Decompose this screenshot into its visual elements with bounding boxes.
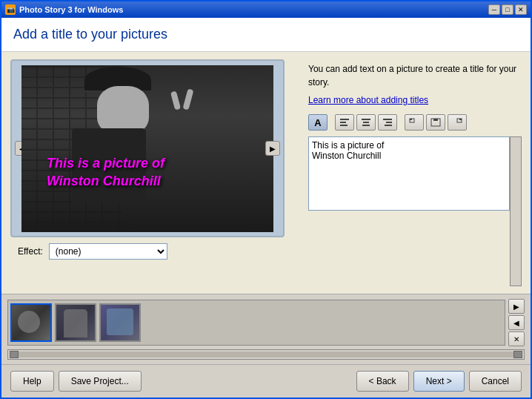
page-title: Add a title to your pictures <box>13 27 519 42</box>
window-title: Photo Story 3 for Windows <box>19 5 485 14</box>
learn-more-link[interactable]: Learn more about adding titles <box>308 95 522 105</box>
font-button[interactable]: A <box>308 114 327 131</box>
effect-select[interactable]: (none) Fade In Zoom In Pan Right Pan Lef… <box>49 243 167 260</box>
bottom-left-buttons: Help Save Project... <box>10 371 142 392</box>
hscroll-track <box>19 352 513 357</box>
bottom-bar: Help Save Project... < Back Next > Cance… <box>1 364 531 398</box>
filmstrip-thumb-2[interactable] <box>55 303 96 342</box>
position-tr-button[interactable] <box>448 114 467 131</box>
back-button[interactable]: < Back <box>356 371 409 392</box>
align-left-button[interactable] <box>335 114 354 131</box>
filmstrip-row: ▶ ◀ ✕ <box>7 299 525 346</box>
filmstrip-hscroll[interactable] <box>7 349 525 360</box>
svg-rect-7 <box>386 122 392 123</box>
text-area-container: This is a picture of Winston Churchill <box>308 136 522 286</box>
svg-rect-14 <box>459 119 462 120</box>
svg-rect-12 <box>433 119 438 121</box>
photo-nav-right[interactable]: ▶ <box>265 141 280 156</box>
filmstrip-forward-button[interactable]: ▶ <box>508 299 525 314</box>
filmstrip-back-button[interactable]: ◀ <box>508 315 525 330</box>
photo-preview: This is a picture of Winston Churchill <box>21 65 273 232</box>
filmstrip-delete-button[interactable]: ✕ <box>508 332 525 346</box>
svg-rect-1 <box>340 122 346 123</box>
text-toolbar: A <box>308 114 522 131</box>
save-project-button[interactable]: Save Project... <box>59 371 142 392</box>
bottom-right-buttons: < Back Next > Cancel <box>356 371 522 392</box>
effect-label: Effect: <box>18 246 43 257</box>
app-window: 📷 Photo Story 3 for Windows ─ □ ✕ Add a … <box>0 0 532 399</box>
svg-rect-4 <box>363 122 369 123</box>
effect-row: Effect: (none) Fade In Zoom In Pan Right… <box>10 243 299 260</box>
title-bar: 📷 Photo Story 3 for Windows ─ □ ✕ <box>1 1 531 18</box>
main-area: ◀ <box>1 52 531 294</box>
maximize-button[interactable]: □ <box>502 4 513 15</box>
position-tl-button[interactable] <box>405 114 424 131</box>
svg-rect-8 <box>385 125 392 126</box>
svg-rect-3 <box>362 119 370 120</box>
minimize-button[interactable]: ─ <box>488 4 500 15</box>
svg-rect-10 <box>410 119 412 120</box>
filmstrip-thumb-1[interactable] <box>10 303 52 342</box>
photo-container: ◀ <box>10 59 285 237</box>
right-panel: You can add text on a picture to create … <box>308 59 522 286</box>
page-header: Add a title to your pictures <box>1 18 531 52</box>
app-icon: 📷 <box>5 4 16 15</box>
textarea-scrollbar[interactable] <box>510 136 522 286</box>
filmstrip-thumb-3[interactable] <box>99 303 141 342</box>
story-textarea[interactable]: This is a picture of Winston Churchill <box>308 136 510 211</box>
left-panel: ◀ <box>10 59 299 286</box>
description-text: You can add text on a picture to create … <box>308 62 522 89</box>
svg-rect-0 <box>340 119 349 120</box>
position-tc-button[interactable] <box>426 114 445 131</box>
filmstrip-scroll[interactable] <box>7 300 505 346</box>
close-button[interactable]: ✕ <box>515 4 527 15</box>
content-area: Add a title to your pictures ◀ <box>1 18 531 398</box>
align-right-button[interactable] <box>378 114 397 131</box>
help-button[interactable]: Help <box>10 371 54 392</box>
svg-rect-6 <box>383 119 392 120</box>
window-controls: ─ □ ✕ <box>488 4 527 15</box>
next-button[interactable]: Next > <box>413 371 465 392</box>
cancel-button[interactable]: Cancel <box>469 371 522 392</box>
filmstrip-controls: ▶ ◀ ✕ <box>508 299 525 346</box>
svg-rect-2 <box>340 125 348 126</box>
align-center-button[interactable] <box>356 114 376 131</box>
svg-rect-5 <box>362 125 370 126</box>
filmstrip-area: ▶ ◀ ✕ <box>1 294 531 364</box>
photo-overlay-text: This is a picture of Winston Churchill <box>47 155 261 190</box>
